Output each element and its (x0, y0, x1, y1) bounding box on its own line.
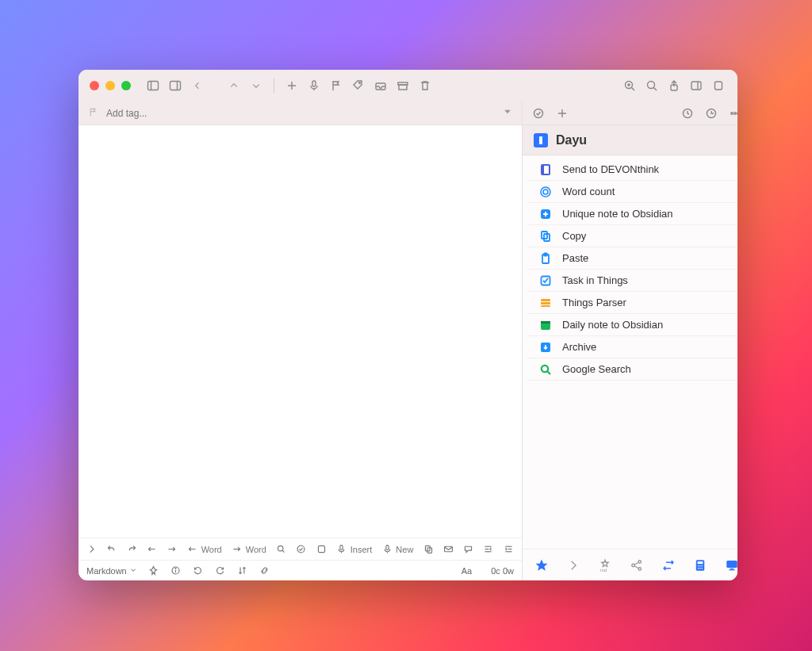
svg-point-58 (543, 190, 548, 194)
sidebar-left-toggle-icon[interactable] (145, 78, 161, 94)
find-icon[interactable] (276, 544, 286, 555)
svg-line-82 (634, 565, 638, 568)
svg-point-78 (632, 564, 634, 566)
copy-icon[interactable] (423, 544, 433, 555)
insert-button[interactable]: Insert (336, 544, 373, 555)
history-icon[interactable] (703, 105, 719, 121)
indent-left-icon[interactable] (483, 544, 493, 555)
svg-rect-93 (729, 569, 735, 570)
chevron-right-icon[interactable] (86, 544, 97, 555)
star-icon[interactable] (534, 557, 550, 573)
calculator-icon[interactable] (692, 557, 708, 573)
action-copy[interactable]: Copy (527, 225, 737, 247)
redo-icon[interactable] (127, 544, 137, 555)
display-icon[interactable] (724, 557, 737, 573)
refresh-ccw-icon[interactable] (193, 565, 204, 576)
action-unique-note-obsidian[interactable]: Unique note to Obsidian (527, 203, 737, 225)
action-label: Paste (562, 252, 588, 264)
font-label[interactable]: Aa (462, 566, 472, 576)
trash-icon[interactable] (417, 78, 433, 94)
date-icon[interactable] (316, 544, 326, 555)
new-icon[interactable] (284, 78, 300, 94)
zoom-in-icon[interactable] (622, 78, 638, 94)
mode-dropdown[interactable]: Markdown (86, 566, 137, 576)
editor-area[interactable] (79, 125, 522, 538)
word-left-button[interactable]: Word (187, 544, 222, 555)
action-daily-note-obsidian[interactable]: Daily note to Obsidian (527, 314, 737, 336)
back-button[interactable] (190, 78, 205, 94)
svg-point-29 (297, 546, 304, 553)
md-star-icon[interactable]: md (597, 557, 613, 573)
check-icon[interactable] (296, 544, 306, 555)
minimize-window-button[interactable] (105, 81, 115, 90)
plus-icon[interactable] (554, 105, 570, 121)
mic-icon[interactable] (306, 78, 322, 94)
svg-rect-71 (541, 321, 550, 324)
swap-icon[interactable] (661, 557, 676, 573)
svg-rect-21 (715, 82, 722, 90)
svg-rect-67 (541, 299, 550, 301)
status-bar: Markdown Aa 0c 0w (79, 560, 522, 580)
check-circle-icon[interactable] (530, 105, 546, 121)
comment-icon[interactable] (463, 544, 473, 555)
zoom-window-button[interactable] (121, 81, 131, 90)
link-icon[interactable] (259, 565, 270, 576)
close-window-button[interactable] (90, 81, 99, 90)
info-icon[interactable] (170, 565, 182, 576)
refresh-icon[interactable] (680, 105, 695, 121)
refresh-cw-icon[interactable] (215, 565, 226, 576)
share-nodes-icon[interactable] (629, 557, 645, 573)
action-label: Archive (562, 341, 596, 353)
undo-icon[interactable] (106, 544, 117, 555)
svg-rect-0 (148, 82, 159, 90)
svg-point-47 (534, 109, 543, 117)
up-button[interactable] (226, 78, 242, 94)
svg-rect-19 (691, 82, 701, 90)
arrow-left-icon[interactable] (147, 544, 157, 555)
svg-rect-68 (541, 302, 550, 304)
action-archive[interactable]: Archive (527, 336, 737, 358)
traffic-lights (90, 81, 131, 90)
copy-icon (538, 230, 553, 243)
action-paste[interactable]: Paste (527, 247, 737, 270)
down-button[interactable] (248, 78, 264, 94)
action-send-devonthink[interactable]: Send to DEVONthink (527, 159, 737, 181)
action-google-search[interactable]: Google Search (527, 358, 737, 381)
action-things-parser[interactable]: Things Parser (527, 292, 737, 314)
svg-point-16 (648, 82, 655, 89)
indent-right-icon[interactable] (504, 544, 514, 555)
titlebar (79, 70, 737, 101)
svg-rect-84 (698, 561, 703, 564)
forward-icon[interactable] (565, 557, 581, 573)
panel-icon[interactable] (688, 78, 704, 94)
word-right-button[interactable]: Word (232, 544, 266, 555)
inbox-icon[interactable] (373, 78, 389, 94)
group-icon (534, 133, 548, 147)
action-task-things[interactable]: Task in Things (527, 270, 737, 292)
archive-icon[interactable] (395, 78, 411, 94)
search-icon[interactable] (644, 78, 660, 94)
tag-input[interactable] (106, 108, 503, 119)
preview-icon[interactable] (710, 78, 726, 94)
word-right-label: Word (246, 545, 266, 554)
new-button[interactable]: New (381, 544, 413, 555)
tag-icon[interactable] (350, 78, 366, 94)
pin-icon[interactable] (148, 565, 159, 576)
share-icon[interactable] (666, 78, 682, 94)
flag-icon[interactable] (328, 78, 344, 94)
svg-point-80 (638, 567, 641, 569)
insert-label: Insert (350, 545, 373, 554)
more-icon[interactable] (727, 105, 737, 121)
sort-icon[interactable] (237, 565, 248, 576)
arrow-right-icon[interactable] (167, 544, 177, 555)
action-word-count[interactable]: Word count (527, 181, 737, 203)
action-label: Copy (562, 230, 586, 242)
svg-marker-22 (504, 110, 511, 114)
sidebar-right-toggle-icon[interactable] (167, 78, 183, 94)
mail-icon[interactable] (443, 544, 454, 555)
svg-line-81 (634, 562, 638, 565)
svg-marker-75 (536, 559, 548, 570)
actions-header (523, 101, 737, 125)
tag-dropdown-icon[interactable] (503, 107, 512, 119)
count-label: 0c 0w (491, 566, 514, 576)
